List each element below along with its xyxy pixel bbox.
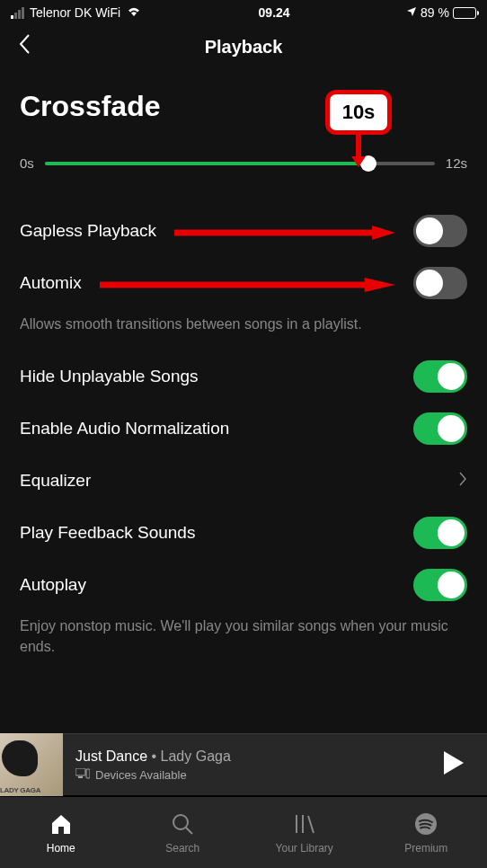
carrier-label: Telenor DK WiFi bbox=[30, 5, 120, 20]
track-info: Just Dance • Lady Gaga Devices Available bbox=[63, 748, 421, 782]
search-icon bbox=[171, 811, 194, 837]
now-playing-bar[interactable]: LADY GAGA Just Dance • Lady Gaga Devices… bbox=[0, 733, 487, 796]
setting-label: Play Feedback Sounds bbox=[20, 523, 195, 543]
tab-label: Your Library bbox=[276, 842, 333, 855]
setting-normalization: Enable Audio Normalization bbox=[20, 403, 467, 455]
annotation-arrow-gapless bbox=[174, 226, 395, 236]
toggle-hide-unplayable[interactable] bbox=[413, 360, 467, 393]
battery-icon bbox=[453, 7, 476, 19]
setting-label: Autoplay bbox=[20, 575, 86, 595]
signal-icon bbox=[11, 7, 24, 19]
home-icon bbox=[49, 811, 73, 837]
crossfade-title: Crossfade bbox=[20, 90, 467, 123]
annotation-arrow-automix bbox=[100, 278, 395, 288]
status-bar: Telenor DK WiFi 09.24 89 % bbox=[0, 0, 487, 25]
content: Crossfade 10s 0s 12s Gapless Playback Au… bbox=[0, 68, 487, 673]
library-icon bbox=[293, 811, 316, 837]
toggle-automix[interactable] bbox=[413, 267, 467, 299]
tab-label: Home bbox=[47, 842, 75, 855]
setting-label: Enable Audio Normalization bbox=[20, 419, 229, 438]
devices-icon bbox=[75, 768, 90, 782]
toggle-normalization[interactable] bbox=[413, 412, 467, 445]
setting-label: Hide Unplayable Songs bbox=[20, 367, 199, 386]
wifi-icon bbox=[126, 5, 142, 20]
svg-rect-3 bbox=[75, 768, 85, 775]
spotify-icon bbox=[414, 811, 438, 837]
devices-label: Devices Available bbox=[95, 768, 187, 782]
setting-hide-unplayable: Hide Unplayable Songs bbox=[20, 350, 467, 403]
setting-label: Gapless Playback bbox=[20, 221, 156, 241]
location-icon bbox=[406, 5, 417, 20]
svg-line-10 bbox=[308, 816, 314, 833]
track-title: Just Dance • Lady Gaga bbox=[75, 748, 421, 765]
svg-rect-5 bbox=[78, 776, 83, 778]
setting-label: Automix bbox=[20, 273, 82, 293]
tab-label: Search bbox=[165, 842, 199, 855]
setting-automix: Automix bbox=[20, 257, 467, 309]
svg-point-6 bbox=[173, 815, 188, 829]
tab-search[interactable]: Search bbox=[122, 797, 244, 868]
autoplay-description: Enjoy nonstop music. We'll play you simi… bbox=[20, 611, 467, 673]
back-button[interactable] bbox=[18, 32, 31, 61]
setting-feedback: Play Feedback Sounds bbox=[20, 507, 467, 559]
toggle-feedback[interactable] bbox=[413, 517, 467, 549]
toggle-autoplay[interactable] bbox=[413, 569, 467, 601]
status-right: 89 % bbox=[406, 5, 476, 20]
battery-percent: 89 % bbox=[421, 5, 449, 20]
tab-label: Premium bbox=[404, 842, 447, 855]
svg-line-7 bbox=[186, 828, 192, 834]
tab-library[interactable]: Your Library bbox=[244, 797, 366, 868]
crossfade-slider[interactable] bbox=[45, 162, 435, 165]
toggle-gapless[interactable] bbox=[413, 215, 467, 247]
album-art-text: LADY GAGA bbox=[0, 786, 40, 794]
play-button[interactable] bbox=[421, 749, 487, 780]
album-art: LADY GAGA bbox=[0, 733, 63, 796]
tab-premium[interactable]: Premium bbox=[366, 797, 488, 868]
slider-max-label: 12s bbox=[446, 155, 467, 171]
tab-home[interactable]: Home bbox=[0, 797, 122, 868]
setting-autoplay: Autoplay bbox=[20, 559, 467, 611]
setting-gapless: Gapless Playback bbox=[20, 205, 467, 257]
slider-min-label: 0s bbox=[20, 155, 34, 171]
crossfade-slider-row: 0s 12s bbox=[20, 155, 467, 171]
annotation-arrow-down bbox=[350, 133, 367, 173]
chevron-right-icon bbox=[458, 469, 467, 492]
automix-description: Allows smooth transitions between songs … bbox=[20, 309, 467, 350]
song-name: Just Dance bbox=[75, 748, 147, 764]
setting-label: Equalizer bbox=[20, 471, 91, 491]
bottom-nav: Home Search Your Library Premium bbox=[0, 796, 487, 868]
page-title: Playback bbox=[205, 37, 283, 58]
devices-available[interactable]: Devices Available bbox=[75, 768, 421, 782]
status-left: Telenor DK WiFi bbox=[11, 5, 142, 20]
nav-header: Playback bbox=[0, 25, 487, 68]
annotation-callout: 10s bbox=[325, 90, 392, 135]
svg-rect-4 bbox=[86, 769, 90, 778]
clock: 09.24 bbox=[259, 5, 290, 20]
separator: • bbox=[147, 748, 161, 764]
setting-equalizer[interactable]: Equalizer bbox=[20, 455, 467, 507]
artist-name: Lady Gaga bbox=[161, 748, 231, 764]
